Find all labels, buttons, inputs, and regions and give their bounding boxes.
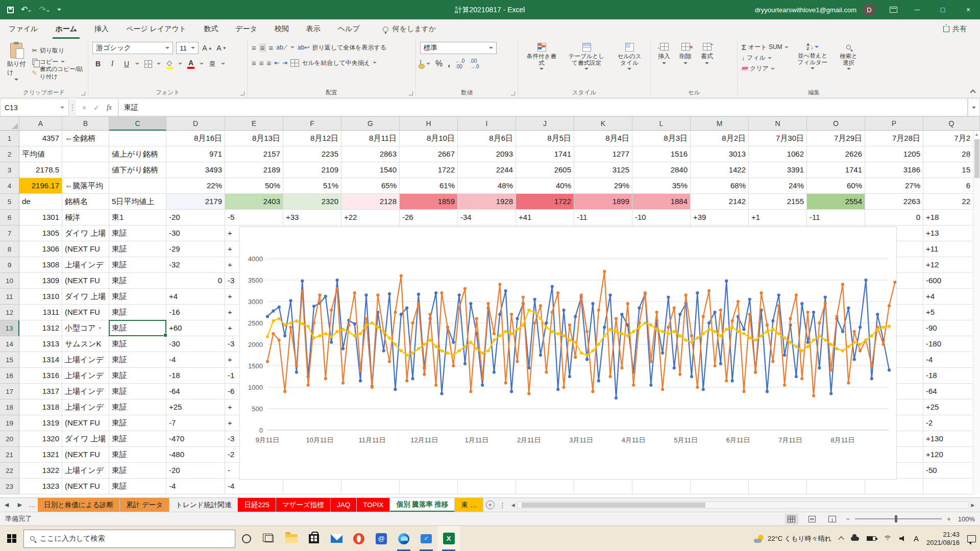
- row-header-11[interactable]: 11: [0, 289, 19, 305]
- cell-C6[interactable]: 東1: [109, 210, 166, 226]
- cell-O1[interactable]: 7月29日: [807, 131, 865, 146]
- cell-Q22[interactable]: -50: [923, 463, 980, 479]
- cell-L1[interactable]: 8月3日: [632, 131, 691, 146]
- cell-K6[interactable]: -11: [574, 210, 632, 226]
- cell-K23[interactable]: [574, 479, 632, 494]
- cell-D2[interactable]: 971: [166, 146, 225, 162]
- cell-I4[interactable]: 48%: [458, 178, 516, 194]
- task-view-button[interactable]: [258, 526, 280, 551]
- align-center-icon[interactable]: ≡: [259, 59, 264, 67]
- zoom-in-button[interactable]: +: [947, 515, 951, 523]
- row-header-9[interactable]: 9: [0, 257, 19, 273]
- cell-G6[interactable]: +22: [341, 210, 400, 226]
- cell-C14[interactable]: 東証: [109, 336, 166, 352]
- ribbon-tab-1[interactable]: ホーム: [46, 19, 86, 39]
- cell-Q9[interactable]: +12: [923, 257, 980, 273]
- find-select-button[interactable]: 検索と選択: [837, 42, 861, 71]
- cell-Q16[interactable]: -18: [923, 368, 980, 384]
- cell-B23[interactable]: (NEXT FU: [62, 479, 109, 494]
- cell-L23[interactable]: [632, 479, 691, 494]
- row-header-3[interactable]: 3: [0, 162, 19, 178]
- cell-D14[interactable]: -30: [166, 336, 225, 352]
- percent-style-button[interactable]: %: [435, 59, 443, 68]
- cell-B6[interactable]: 極洋: [62, 210, 109, 226]
- cell-A15[interactable]: 1314: [19, 352, 62, 368]
- vertical-scrollbar-thumb[interactable]: [974, 139, 979, 178]
- cell-M6[interactable]: +39: [691, 210, 749, 226]
- cell-D3[interactable]: 3493: [166, 162, 225, 178]
- cortana-button[interactable]: [235, 526, 258, 551]
- cell-G3[interactable]: 1540: [341, 162, 400, 178]
- number-format-select[interactable]: 標準: [420, 42, 497, 54]
- zoom-slider-thumb[interactable]: [895, 515, 897, 522]
- cell-L6[interactable]: -10: [632, 210, 691, 226]
- cell-C20[interactable]: 東証: [109, 431, 166, 447]
- cut-button[interactable]: ✂切り取り: [32, 45, 84, 56]
- column-header-J[interactable]: J: [516, 117, 574, 131]
- taskbar-app-mail[interactable]: [325, 526, 348, 551]
- cell-A2[interactable]: 平均値: [19, 146, 62, 162]
- wifi-icon[interactable]: [884, 536, 892, 542]
- sheet-nav-left-icon[interactable]: ◀: [0, 498, 13, 512]
- align-middle-icon[interactable]: ≡: [259, 43, 266, 52]
- cell-A22[interactable]: 1322: [19, 463, 62, 479]
- row-header-2[interactable]: 2: [0, 146, 19, 162]
- format-cells-button[interactable]: ↔ 書式: [698, 42, 716, 65]
- cell-Q6[interactable]: +18: [923, 210, 980, 226]
- row-header-8[interactable]: 8: [0, 241, 19, 257]
- cell-E1[interactable]: 8月13日: [225, 131, 283, 146]
- cell-D18[interactable]: +25: [166, 399, 225, 415]
- cell-H3[interactable]: 1722: [400, 162, 458, 178]
- column-header-H[interactable]: H: [400, 117, 458, 131]
- column-header-G[interactable]: G: [341, 117, 400, 131]
- format-as-table-button[interactable]: テーブルとして書式設定: [564, 42, 609, 71]
- cell-Q5[interactable]: 22: [923, 194, 980, 210]
- scroll-up-icon[interactable]: ▲: [973, 131, 980, 137]
- cell-A21[interactable]: 1321: [19, 447, 62, 463]
- number-dialog-launcher[interactable]: [511, 91, 515, 95]
- weather-widget[interactable]: 22°C くもり時々晴れ: [754, 534, 831, 543]
- cell-C4[interactable]: [109, 178, 166, 194]
- cell-M5[interactable]: 2142: [691, 194, 749, 210]
- cell-D11[interactable]: +4: [166, 289, 225, 305]
- cell-A5[interactable]: de: [19, 194, 62, 210]
- cell-B12[interactable]: (NEXT FU: [62, 305, 109, 320]
- taskbar-app-excel[interactable]: X: [437, 526, 460, 551]
- bold-button[interactable]: B: [92, 58, 104, 69]
- font-color-button[interactable]: A: [185, 58, 197, 69]
- new-sheet-button[interactable]: +: [483, 498, 497, 512]
- column-header-L[interactable]: L: [632, 117, 691, 131]
- cell-K1[interactable]: 8月4日: [574, 131, 632, 146]
- cell-A19[interactable]: 1319: [19, 415, 62, 431]
- zoom-slider[interactable]: [855, 518, 942, 519]
- cell-D6[interactable]: -20: [166, 210, 225, 226]
- sheet-tab-3[interactable]: 日経225: [238, 498, 276, 512]
- column-header-N[interactable]: N: [749, 117, 807, 131]
- column-header-B[interactable]: B: [62, 117, 109, 131]
- row-header-21[interactable]: 21: [0, 447, 19, 463]
- ribbon-tab-6[interactable]: 校閲: [266, 19, 298, 39]
- cell-D20[interactable]: -470: [166, 431, 225, 447]
- ribbon-tab-5[interactable]: データ: [227, 19, 266, 39]
- cell-C1[interactable]: [109, 131, 166, 146]
- cell-B8[interactable]: (NEXT FU: [62, 241, 109, 257]
- cell-E4[interactable]: 50%: [225, 178, 283, 194]
- horizontal-scrollbar-thumb[interactable]: [522, 503, 705, 508]
- cell-H4[interactable]: 61%: [400, 178, 458, 194]
- cell-B17[interactable]: 上場インデ: [62, 384, 109, 399]
- cell-F23[interactable]: [283, 479, 341, 494]
- cell-C15[interactable]: 東証: [109, 352, 166, 368]
- merge-center-button[interactable]: セルを結合して中央揃え: [290, 57, 377, 68]
- cell-Q11[interactable]: +4: [923, 289, 980, 305]
- clear-button[interactable]: クリア: [742, 63, 789, 74]
- cell-C17[interactable]: 東証: [109, 384, 166, 399]
- cell-O6[interactable]: -11: [807, 210, 865, 226]
- onedrive-icon[interactable]: [851, 537, 859, 541]
- cell-Q2[interactable]: 28: [923, 146, 980, 162]
- font-name-select[interactable]: 游ゴシック: [92, 42, 173, 54]
- cell-C5[interactable]: 5日平均値上: [109, 194, 166, 210]
- taskbar-app-opera[interactable]: [348, 526, 370, 551]
- cell-B13[interactable]: 小型コア・: [62, 320, 109, 336]
- cell-M1[interactable]: 8月2日: [691, 131, 749, 146]
- cell-O2[interactable]: 2626: [807, 146, 865, 162]
